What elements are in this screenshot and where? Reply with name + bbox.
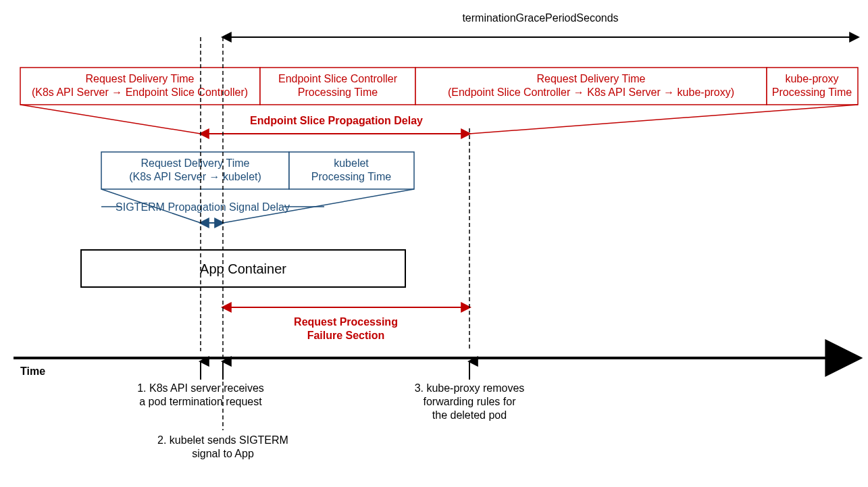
event1-l2: a pod termination request <box>139 396 262 407</box>
red-seg-d-l1: kube-proxy <box>785 73 838 84</box>
blue-seg-b-l2: Processing Time <box>311 171 391 182</box>
endpoint-slice-segments: Request Delivery Time (K8s API Server → … <box>20 68 858 105</box>
red-seg-d-l2: Processing Time <box>772 86 852 98</box>
app-container-label: App Container <box>200 261 286 276</box>
failure-label-l1: Request Processing <box>294 316 398 328</box>
red-seg-b-l1: Endpoint Slice Controller <box>278 73 398 84</box>
diagram-canvas: terminationGracePeriodSeconds Request De… <box>0 0 868 487</box>
red-seg-a-l2: (K8s API Server → Endpoint Slice Control… <box>32 86 248 98</box>
event1-l1: 1. K8s API server receives <box>137 382 264 394</box>
event3-l2: forwarding rules for <box>424 396 517 407</box>
svg-line-4 <box>20 105 201 134</box>
blue-seg-a-l2: (K8s API Server → kubelet) <box>129 171 261 182</box>
grace-period-label: terminationGracePeriodSeconds <box>462 12 618 24</box>
red-seg-b-l2: Processing Time <box>298 86 378 98</box>
event3-l3: the deleted pod <box>432 409 507 421</box>
event3-l1: 3. kube-proxy removes <box>415 382 525 394</box>
sigterm-segments: Request Delivery Time (K8s API Server → … <box>101 152 414 189</box>
svg-line-5 <box>469 105 858 134</box>
red-seg-c-l2: (Endpoint Slice Controller → K8s API Ser… <box>448 86 734 98</box>
event2-l1: 2. kubelet sends SIGTERM <box>157 434 288 446</box>
blue-seg-a-l1: Request Delivery Time <box>141 157 250 169</box>
failure-label-l2: Failure Section <box>307 330 385 341</box>
blue-seg-b-l1: kubelet <box>334 157 369 169</box>
red-seg-a-l1: Request Delivery Time <box>86 73 195 84</box>
endpoint-slice-delay-label: Endpoint Slice Propagation Delay <box>250 115 423 126</box>
red-seg-c-l1: Request Delivery Time <box>537 73 646 84</box>
time-axis-label: Time <box>20 365 45 377</box>
event2-l2: signal to App <box>192 448 254 459</box>
